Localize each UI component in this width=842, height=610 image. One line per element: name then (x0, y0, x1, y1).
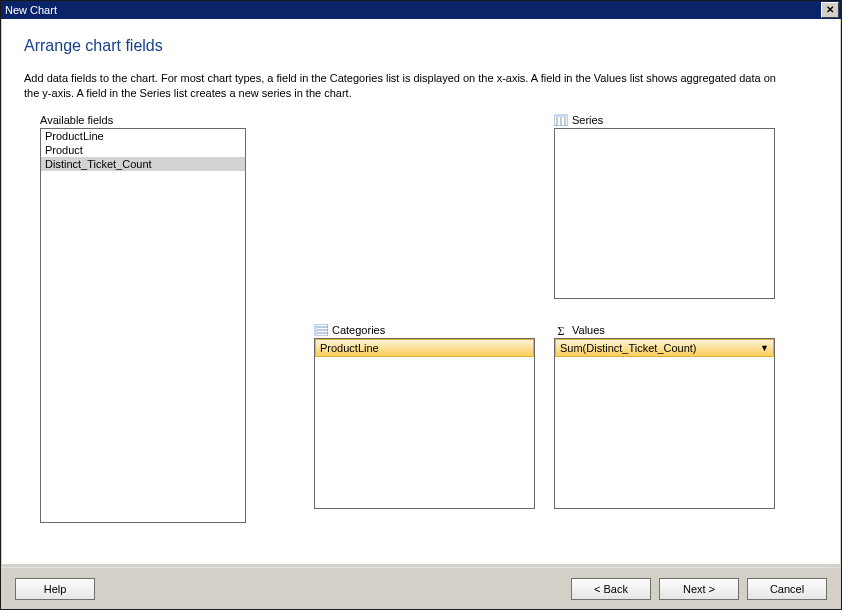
series-label: Series (554, 114, 775, 126)
series-zone: Series (554, 114, 775, 299)
values-label: Σ Values (554, 324, 775, 336)
cancel-button[interactable]: Cancel (747, 578, 827, 600)
categories-icon (314, 324, 328, 336)
page-description: Add data fields to the chart. For most c… (24, 71, 784, 102)
back-button[interactable]: < Back (571, 578, 651, 600)
categories-label: Categories (314, 324, 535, 336)
page-heading: Arrange chart fields (24, 37, 818, 55)
titlebar: New Chart ✕ (1, 1, 841, 19)
values-zone: Σ Values Sum(Distinct_Ticket_Count) ▼ (554, 324, 775, 509)
categories-list[interactable]: ProductLine (314, 338, 535, 509)
values-list[interactable]: Sum(Distinct_Ticket_Count) ▼ (554, 338, 775, 509)
help-button[interactable]: Help (15, 578, 95, 600)
svg-rect-9 (314, 324, 317, 336)
series-list[interactable] (554, 128, 775, 299)
categories-zone: Categories ProductLine (314, 324, 535, 509)
window-title: New Chart (5, 4, 57, 16)
available-fields-list[interactable]: ProductLine Product Distinct_Ticket_Coun… (40, 128, 246, 523)
content-area: Arrange chart fields Add data fields to … (2, 19, 840, 564)
svg-rect-4 (554, 114, 568, 117)
zones: Available fields ProductLine Product Dis… (24, 114, 818, 534)
close-button[interactable]: ✕ (821, 2, 839, 18)
new-chart-dialog: New Chart ✕ Arrange chart fields Add dat… (0, 0, 842, 610)
sigma-icon: Σ (554, 324, 568, 336)
value-chip[interactable]: Sum(Distinct_Ticket_Count) ▼ (555, 339, 774, 357)
chip-label: Sum(Distinct_Ticket_Count) (560, 342, 697, 354)
chevron-down-icon[interactable]: ▼ (760, 343, 769, 353)
list-item[interactable]: ProductLine (41, 129, 245, 143)
series-icon (554, 114, 568, 126)
category-chip[interactable]: ProductLine (315, 339, 534, 357)
available-fields-zone: Available fields ProductLine Product Dis… (40, 114, 246, 523)
footer: Help < Back Next > Cancel (1, 567, 841, 609)
available-fields-label: Available fields (40, 114, 246, 126)
next-button[interactable]: Next > (659, 578, 739, 600)
list-item[interactable]: Product (41, 143, 245, 157)
chip-label: ProductLine (320, 342, 379, 354)
list-item[interactable]: Distinct_Ticket_Count (41, 157, 245, 171)
